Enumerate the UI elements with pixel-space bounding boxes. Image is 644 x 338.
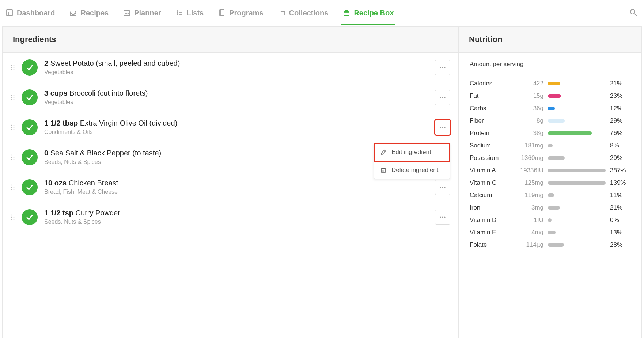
ingredient-text: 0 Sea Salt & Black Pepper (to taste)Seed… (44, 149, 428, 165)
more-options-button[interactable] (435, 210, 450, 225)
svg-point-66 (14, 187, 15, 188)
nutrition-bar (548, 231, 556, 234)
svg-point-72 (11, 214, 12, 215)
more-options-button[interactable] (435, 90, 450, 105)
nutrition-row: Potassium1360mg29% (470, 154, 630, 162)
nutrition-value: 3mg (514, 204, 543, 211)
svg-point-22 (11, 65, 12, 66)
inbox-icon (69, 9, 77, 16)
nutrition-value: 38g (514, 130, 543, 137)
nutrition-name: Potassium (470, 154, 510, 162)
nav-label: Planner (134, 9, 161, 17)
drag-handle-icon[interactable] (11, 124, 15, 131)
ingredient-amount: 0 (44, 149, 48, 157)
nav-lists[interactable]: Lists (174, 1, 205, 25)
nav-programs[interactable]: Programs (217, 1, 265, 25)
check-icon[interactable] (22, 149, 38, 165)
ingredient-name: Curry Powder (73, 209, 120, 217)
svg-rect-16 (220, 10, 224, 16)
svg-point-36 (14, 99, 15, 100)
svg-rect-18 (344, 11, 349, 15)
svg-point-68 (14, 189, 15, 190)
drag-handle-icon[interactable] (11, 184, 15, 191)
nutrition-bar-wrap (548, 181, 606, 185)
svg-point-69 (440, 187, 441, 188)
nutrition-value: 1360mg (514, 154, 543, 162)
edit-ingredient-menu-item[interactable]: Edit ingredient (374, 143, 450, 161)
nutrition-bar (548, 94, 561, 98)
ingredient-category: Seeds, Nuts & Spices (44, 159, 428, 165)
svg-point-65 (11, 187, 12, 188)
ingredient-name: Broccoli (cut into florets) (67, 89, 148, 97)
nutrition-bar (548, 206, 560, 210)
ingredient-category: Seeds, Nuts & Spices (44, 219, 428, 225)
svg-point-63 (11, 184, 12, 185)
book-icon (218, 9, 226, 16)
check-icon[interactable] (22, 59, 38, 76)
svg-point-77 (14, 219, 15, 220)
nutrition-bar-wrap (548, 156, 606, 160)
svg-point-12 (177, 12, 178, 13)
nutrition-percent: 29% (610, 117, 630, 124)
check-icon[interactable] (22, 119, 38, 135)
check-icon[interactable] (22, 179, 38, 195)
ingredient-name: Sea Salt & Black Pepper (to taste) (48, 149, 161, 157)
ingredient-line: 3 cups Broccoli (cut into florets) (44, 89, 428, 97)
check-icon[interactable] (22, 89, 38, 105)
ellipsis-icon (439, 126, 446, 128)
more-options-button[interactable] (435, 60, 450, 75)
nav-collections[interactable]: Collections (277, 1, 330, 25)
drag-handle-icon[interactable] (11, 94, 15, 101)
nav-recipe-box[interactable]: Recipe Box (341, 1, 395, 25)
nav-recipes[interactable]: Recipes (68, 1, 110, 25)
drag-handle-icon[interactable] (11, 154, 15, 161)
nav-dashboard[interactable]: Dashboard (4, 1, 56, 25)
svg-point-40 (11, 124, 12, 126)
ingredient-name: Sweet Potato (small, peeled and cubed) (48, 59, 180, 67)
nutrition-percent: 76% (610, 130, 630, 137)
more-options-button[interactable] (435, 180, 450, 195)
drag-handle-icon[interactable] (11, 214, 15, 221)
nutrition-bar-wrap (548, 82, 606, 85)
nutrition-bar-wrap (548, 193, 606, 197)
drag-handle-icon[interactable] (11, 64, 15, 71)
ingredient-amount: 2 (44, 59, 48, 67)
amount-per-serving-label: Amount per serving (470, 61, 630, 73)
ingredients-panel: Ingredients 2 Sweet Potato (small, peele… (3, 27, 459, 338)
ellipsis-icon (439, 216, 446, 218)
search-button[interactable] (627, 6, 640, 20)
svg-point-9 (128, 14, 129, 14)
svg-point-64 (14, 184, 15, 185)
nav-planner[interactable]: Planner (122, 1, 162, 25)
svg-point-57 (14, 157, 15, 158)
folder-icon (278, 9, 285, 16)
recipebox-icon (343, 9, 350, 16)
nutrition-name: Vitamin E (470, 229, 510, 236)
nutrition-percent: 13% (610, 229, 630, 236)
nav-label: Lists (187, 9, 204, 17)
svg-point-27 (14, 69, 15, 70)
nutrition-row: Iron3mg21% (470, 204, 630, 211)
svg-point-23 (14, 65, 15, 66)
delete-ingredient-menu-item[interactable]: Delete ingredient (374, 161, 450, 179)
dashboard-icon (6, 9, 13, 16)
ingredients-list: 2 Sweet Potato (small, peeled and cubed)… (3, 53, 458, 232)
nutrition-name: Fiber (470, 117, 510, 124)
svg-point-80 (444, 216, 445, 218)
nutrition-row: Calcium119mg11% (470, 192, 630, 199)
nutrition-bar (548, 218, 552, 222)
svg-point-10 (177, 11, 178, 11)
nutrition-value: 125mg (514, 179, 543, 187)
nutrition-percent: 28% (610, 241, 630, 249)
svg-point-41 (14, 124, 15, 126)
ellipsis-icon (439, 186, 446, 188)
nutrition-name: Vitamin D (470, 216, 510, 224)
ingredient-category: Condiments & Oils (44, 129, 428, 135)
nutrition-percent: 11% (610, 192, 630, 199)
more-options-button[interactable] (435, 120, 450, 135)
svg-point-48 (444, 127, 445, 128)
nav-label: Programs (229, 9, 263, 17)
nutrition-value: 4mg (514, 229, 543, 236)
check-icon[interactable] (22, 209, 38, 225)
svg-point-47 (442, 127, 443, 128)
